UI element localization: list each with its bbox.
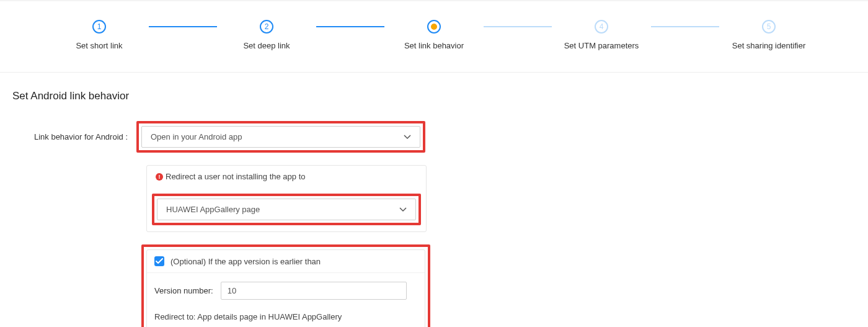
step-2-circle: 2 <box>260 20 273 34</box>
behavior-label: Link behavior for Android : <box>12 132 136 141</box>
version-number-label: Version number: <box>154 286 213 295</box>
step-1-label: Set short link <box>76 41 122 50</box>
version-panel-head: (Optional) If the app version is earlier… <box>147 250 425 273</box>
behavior-row: Link behavior for Android : Open in your… <box>12 121 856 153</box>
chevron-down-icon <box>404 135 411 140</box>
step-1-circle: 1 <box>92 20 106 34</box>
step-3[interactable]: Set link behavior <box>384 20 484 50</box>
redirect-heading: Redirect a user not installing the app t… <box>166 172 305 181</box>
step-2[interactable]: 2 Set deep link <box>217 20 316 50</box>
connector-1-2 <box>149 26 217 27</box>
error-icon: ! <box>156 173 163 181</box>
step-5-label: Set sharing identifier <box>732 41 806 50</box>
redirect-select-value: HUAWEI AppGallery page <box>166 205 260 214</box>
behavior-highlight: Open in your Android app <box>136 121 425 153</box>
redirect-to-line: Redirect to: App details page in HUAWEI … <box>147 308 425 327</box>
version-panel: (Optional) If the app version is earlier… <box>146 249 425 327</box>
stepper: 1 Set short link 2 Set deep link Set lin… <box>0 1 868 72</box>
connector-4-5 <box>651 26 719 27</box>
step-5-circle: 5 <box>762 20 776 34</box>
step-4-label: Set UTM parameters <box>564 41 639 50</box>
step-3-circle <box>427 20 441 34</box>
step-5[interactable]: 5 Set sharing identifier <box>719 20 818 50</box>
step-2-label: Set deep link <box>243 41 290 50</box>
behavior-select[interactable]: Open in your Android app <box>141 126 420 148</box>
version-panel-highlight: (Optional) If the app version is earlier… <box>141 244 430 327</box>
redirect-select[interactable]: HUAWEI AppGallery page <box>157 199 416 220</box>
section-title: Set Android link behavior <box>12 90 856 102</box>
version-checkbox[interactable] <box>154 256 164 266</box>
step-4-circle: 4 <box>595 20 608 34</box>
redirect-highlight: HUAWEI AppGallery page <box>152 194 421 225</box>
step-3-label: Set link behavior <box>404 41 464 50</box>
chevron-down-icon <box>399 207 407 212</box>
connector-3-4 <box>484 26 552 27</box>
step-4[interactable]: 4 Set UTM parameters <box>552 20 651 50</box>
redirect-panel-header: ! Redirect a user not installing the app… <box>147 166 426 187</box>
content: Set Android link behavior Link behavior … <box>0 73 868 327</box>
step-1[interactable]: 1 Set short link <box>50 20 149 50</box>
connector-2-3 <box>316 26 384 27</box>
behavior-select-value: Open in your Android app <box>151 132 242 141</box>
redirect-panel: ! Redirect a user not installing the app… <box>146 165 427 232</box>
version-checkbox-label: (Optional) If the app version is earlier… <box>170 257 321 266</box>
version-number-input[interactable] <box>221 282 407 300</box>
